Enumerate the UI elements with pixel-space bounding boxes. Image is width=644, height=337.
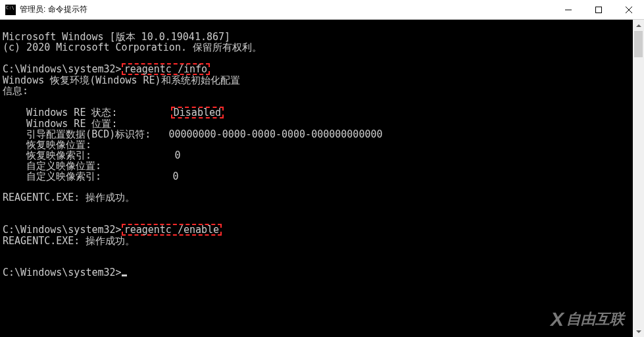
scroll-down-button[interactable] [633,326,644,337]
result-line: REAGENTC.EXE: 操作成功。 [3,192,135,203]
scroll-track[interactable] [633,31,644,326]
cmd-icon [5,5,16,15]
copyright-line: (c) 2020 Microsoft Corporation. 保留所有权利。 [3,41,262,53]
output-line: Windows 恢复环境(Windows RE)和系统初始化配置 [3,74,240,86]
command-text: reagentc /enable [124,224,220,236]
scroll-up-button[interactable] [633,20,644,31]
svg-rect-1 [596,7,602,13]
maximize-button[interactable] [583,0,614,19]
close-button[interactable] [614,0,644,19]
window-title: 管理员: 命令提示符 [20,4,553,15]
svg-marker-4 [636,24,641,27]
window-titlebar: 管理员: 命令提示符 [0,0,644,20]
prompt-path: C:\Windows\system32> [3,63,122,75]
text-cursor [122,274,127,276]
scroll-thumb[interactable] [634,31,643,57]
status-highlight-disabled: Disabled [171,107,224,118]
close-icon [626,7,632,13]
svg-marker-5 [636,330,641,333]
prompt-path: C:\Windows\system32> [3,224,122,236]
prompt-path: C:\Windows\system32> [3,267,122,278]
command-highlight-info: reagentc /info [122,63,210,75]
output-line: 自定义映像索引: 0 [3,170,179,182]
vertical-scrollbar[interactable] [633,20,644,337]
watermark-text: 自由互联 [566,309,624,329]
watermark-logo: X [551,308,562,330]
watermark: X 自由互联 [551,308,624,330]
chevron-up-icon [636,24,641,27]
output-line: 信息: [3,85,28,97]
minimize-button[interactable] [553,0,583,19]
maximize-icon [595,7,602,13]
status-value: Disabled [174,107,221,118]
terminal-output[interactable]: Microsoft Windows [版本 10.0.19041.867] (c… [0,20,644,279]
chevron-down-icon [636,330,641,333]
result-line: REAGENTC.EXE: 操作成功。 [3,235,135,247]
command-text: reagentc /info [124,63,207,75]
window-controls [553,0,644,19]
field-label: Windows RE 状态: [3,107,171,118]
minimize-icon [565,7,572,13]
command-highlight-enable: reagentc /enable [122,224,222,236]
